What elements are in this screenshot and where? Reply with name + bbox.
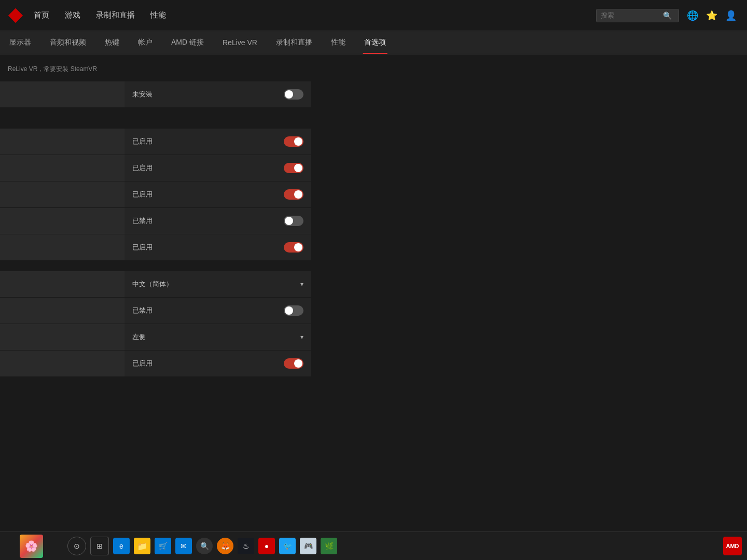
gap-3 [0,261,747,271]
settings-label-vr [0,81,125,107]
toggle-5-knob [285,306,293,315]
tab-preferences[interactable]: 首选项 [355,31,395,54]
settings-section-2: 已启用 已启用 已启用 [0,129,311,261]
toggle-4[interactable] [284,242,303,253]
dropdown-position[interactable]: 左侧 ▾ [132,332,303,342]
settings-row-4: 已启用 [0,234,311,261]
dropdown-lang[interactable]: 中文（简体） ▾ [132,279,303,289]
settings-value-1: 已启用 [125,158,311,178]
settings-value-lang[interactable]: 中文（简体） ▾ [125,274,311,294]
settings-row-6: 已启用 [0,351,311,377]
taskbar-amd-icon[interactable]: AMD [723,537,742,555]
settings-value-3: 已禁用 [125,211,311,231]
settings-text-2: 已启用 [132,190,153,199]
sub-navigation: 显示器 音频和视频 热键 帐户 AMD 链接 ReLive VR 录制和直播 性… [0,31,747,54]
star-icon[interactable]: ⭐ [706,10,717,21]
toggle-2[interactable] [284,189,303,200]
taskbar-steam2-icon[interactable]: 🎮 [300,538,316,554]
taskbar-center: ⊙ ⊞ e 📁 🛒 ✉ 🔍 🦊 ♨ ● 🐦 🎮 🌿 [62,537,706,555]
search-input[interactable] [601,11,663,19]
settings-text-5: 已禁用 [132,306,153,315]
logo-area [10,10,34,21]
settings-value-0: 已启用 [125,131,311,152]
taskbar-taskview-icon[interactable]: ⊞ [90,537,109,555]
settings-label-3 [0,208,125,234]
search-icon[interactable]: 🔍 [663,11,672,20]
taskbar-flower-icon[interactable]: 🌸 [20,535,43,558]
tab-perf[interactable]: 性能 [322,31,355,54]
settings-row-vr: 未安装 [0,81,311,108]
taskbar-edge-icon[interactable]: e [113,538,130,554]
settings-label-lang [0,271,125,297]
settings-value-4: 已启用 [125,237,311,258]
settings-row-0: 已启用 [0,129,311,155]
chevron-down-icon-lang: ▾ [300,281,303,288]
toggle-1[interactable] [284,163,303,173]
taskbar-twitter-icon[interactable]: 🐦 [279,538,296,554]
logo-icon [8,8,23,22]
settings-value-5: 已禁用 [125,300,311,321]
settings-text-vr: 未安装 [132,90,153,99]
taskbar-search-icon[interactable]: 🔍 [196,538,213,554]
gap-1 [0,108,747,118]
toggle-4-knob [294,243,302,251]
tab-relive-vr[interactable]: ReLive VR [213,31,267,54]
top-nav-right: 🔍 🌐 ⭐ 👤 [596,9,737,22]
settings-section-1: 未安装 [0,81,311,108]
settings-row-lang: 中文（简体） ▾ [0,271,311,298]
top-nav-left: 首页 游戏 录制和直播 性能 [34,8,596,23]
toggle-3-knob [285,217,293,225]
settings-text-3: 已禁用 [132,216,153,226]
main-content: ReLive VR，常要安装 SteamVR 未安装 已启用 [0,54,747,377]
vr-notice: ReLive VR，常要安装 SteamVR [0,65,747,81]
toggle-vr[interactable] [284,89,303,100]
toggle-3[interactable] [284,216,303,226]
taskbar-left: 🌸 [0,535,62,558]
tab-record[interactable]: 录制和直播 [267,31,322,54]
taskbar-mail-icon[interactable]: ✉ [175,538,192,554]
taskbar-cortana-icon[interactable]: ⊙ [67,537,86,555]
toggle-5[interactable] [284,305,303,316]
settings-value-6: 已启用 [125,353,311,374]
toggle-6[interactable] [284,358,303,369]
taskbar-steam-icon[interactable]: ♨ [238,538,254,554]
taskbar-firefox-icon[interactable]: 🦊 [217,538,233,554]
settings-label-0 [0,129,125,155]
tab-display[interactable]: 显示器 [0,31,40,54]
nav-games[interactable]: 游戏 [65,8,80,23]
toggle-0[interactable] [284,136,303,147]
settings-text-6: 已启用 [132,359,153,368]
settings-text-4: 已启用 [132,243,153,252]
taskbar-store-icon[interactable]: 🛒 [155,538,171,554]
top-navigation: 首页 游戏 录制和直播 性能 🔍 🌐 ⭐ 👤 [0,0,747,31]
nav-home[interactable]: 首页 [34,8,49,23]
settings-value-2: 已启用 [125,184,311,205]
tab-audio[interactable]: 音频和视频 [40,31,95,54]
settings-row-3: 已禁用 [0,208,311,234]
settings-text-1: 已启用 [132,163,153,173]
globe-icon[interactable]: 🌐 [687,10,698,21]
settings-text-0: 已启用 [132,137,153,146]
settings-row-1: 已启用 [0,155,311,181]
toggle-1-knob [294,164,302,172]
user-icon[interactable]: 👤 [725,10,737,21]
tab-account[interactable]: 帐户 [129,31,162,54]
settings-value-vr: 未安装 [125,84,311,105]
tab-hotkeys[interactable]: 热键 [95,31,129,54]
search-box[interactable]: 🔍 [596,9,679,22]
settings-value-position[interactable]: 左侧 ▾ [125,327,311,347]
dropdown-position-value: 左侧 [132,332,146,342]
tab-amd-link[interactable]: AMD 链接 [162,31,213,54]
toggle-2-knob [294,190,302,199]
settings-label-6 [0,351,125,376]
taskbar-explorer-icon[interactable]: 📁 [134,538,150,554]
nav-record[interactable]: 录制和直播 [96,8,135,23]
toggle-vr-knob [285,90,293,99]
taskbar-greenapp-icon[interactable]: 🌿 [321,538,337,554]
taskbar-redapp-icon[interactable]: ● [258,538,275,554]
settings-label-1 [0,155,125,181]
settings-label-position [0,324,125,350]
nav-performance[interactable]: 性能 [150,8,166,23]
gap-2 [0,118,747,129]
chevron-down-icon-position: ▾ [300,333,303,341]
